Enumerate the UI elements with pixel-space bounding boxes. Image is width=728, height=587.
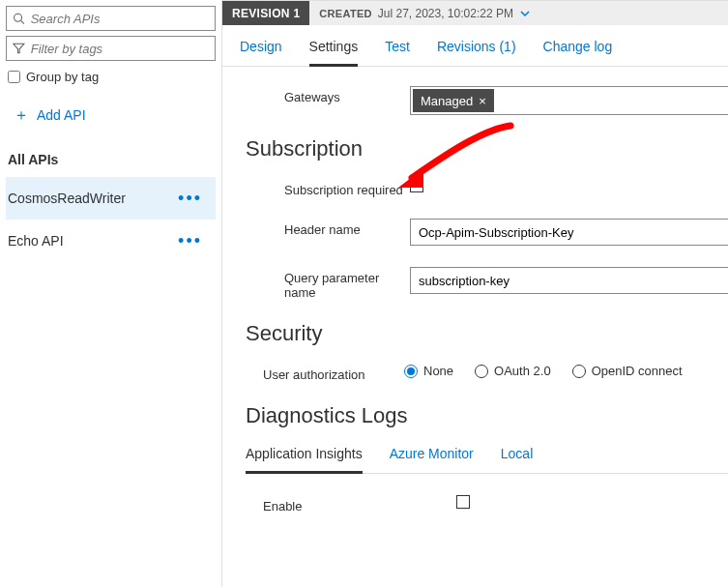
filter-input-wrap[interactable] [6, 36, 216, 61]
revision-bar: REVISION 1 CREATED Jul 27, 2023, 10:02:2… [222, 0, 728, 25]
search-input-wrap[interactable] [6, 6, 216, 31]
gateways-label: Gateways [284, 86, 410, 104]
add-api-button[interactable]: ＋ Add API [6, 102, 216, 129]
add-api-label: Add API [37, 107, 86, 123]
gateways-field[interactable]: Managed × [410, 86, 728, 115]
filter-icon [13, 42, 25, 55]
header-name-input[interactable] [410, 219, 728, 246]
group-by-tag[interactable]: Group by tag [8, 70, 214, 84]
radio-label: None [423, 364, 453, 378]
api-item-cosmosreadwriter[interactable]: CosmosReadWriter ••• [6, 177, 216, 220]
all-apis-header[interactable]: All APIs [6, 146, 216, 177]
group-by-tag-label: Group by tag [26, 70, 99, 84]
radio-label: OAuth 2.0 [494, 364, 551, 378]
svg-point-0 [15, 14, 22, 21]
revision-created-value: Jul 27, 2023, 10:02:22 PM [378, 7, 513, 20]
tab-revisions[interactable]: Revisions (1) [437, 39, 516, 66]
group-by-tag-checkbox[interactable] [8, 71, 20, 83]
radio-openid[interactable]: OpenID connect [572, 364, 683, 378]
query-param-input[interactable] [410, 267, 728, 294]
api-item-label: Echo API [8, 233, 64, 249]
sidebar: Group by tag ＋ Add API All APIs CosmosRe… [0, 0, 222, 587]
radio-label: OpenID connect [592, 364, 683, 378]
search-input[interactable] [31, 12, 209, 26]
tab-design[interactable]: Design [240, 39, 282, 66]
gateway-chip-label: Managed [421, 94, 473, 108]
more-icon[interactable]: ••• [178, 189, 206, 209]
plus-icon: ＋ [14, 107, 29, 123]
search-icon [13, 12, 25, 25]
security-title: Security [246, 321, 728, 346]
main-panel: REVISION 1 CREATED Jul 27, 2023, 10:02:2… [222, 0, 728, 587]
enable-label: Enable [263, 495, 456, 514]
more-icon[interactable]: ••• [178, 231, 206, 251]
tabs: Design Settings Test Revisions (1) Chang… [222, 25, 728, 67]
svg-line-1 [21, 20, 24, 23]
query-param-label: Query parameter name [284, 267, 410, 300]
tab-settings[interactable]: Settings [309, 39, 359, 67]
chevron-down-icon [519, 8, 531, 19]
user-authorization-group: None OAuth 2.0 OpenID connect [404, 364, 728, 378]
radio-oauth2[interactable]: OAuth 2.0 [475, 364, 551, 378]
close-icon[interactable]: × [479, 94, 486, 108]
diagnostics-title: Diagnostics Logs [246, 403, 728, 428]
radio-icon [475, 365, 488, 378]
subscription-required-checkbox[interactable] [410, 179, 423, 192]
api-item-echo-api[interactable]: Echo API ••• [6, 220, 216, 262]
svg-marker-2 [14, 44, 24, 53]
tab-change-log[interactable]: Change log [543, 39, 613, 66]
subtab-local[interactable]: Local [501, 446, 533, 473]
radio-none[interactable]: None [404, 364, 453, 378]
enable-checkbox[interactable] [456, 495, 470, 509]
radio-icon [404, 365, 418, 378]
revision-badge[interactable]: REVISION 1 [222, 1, 309, 25]
revision-meta[interactable]: CREATED Jul 27, 2023, 10:02:22 PM [309, 1, 540, 25]
filter-input[interactable] [31, 42, 209, 56]
diagnostics-subtabs: Application Insights Azure Monitor Local [246, 446, 728, 474]
header-name-label: Header name [284, 219, 410, 237]
subtab-app-insights[interactable]: Application Insights [246, 446, 363, 474]
user-authorization-label: User authorization [263, 364, 404, 382]
tab-test[interactable]: Test [385, 39, 410, 66]
radio-icon [572, 365, 586, 378]
subtab-azure-monitor[interactable]: Azure Monitor [390, 446, 474, 473]
subscription-title: Subscription [246, 136, 728, 161]
revision-created-label: CREATED [319, 8, 371, 19]
subscription-required-label: Subscription required [284, 179, 410, 197]
content: Gateways Managed × Subscription Subscrip… [222, 67, 728, 587]
api-item-label: CosmosReadWriter [8, 191, 126, 206]
gateway-chip-managed[interactable]: Managed × [413, 89, 494, 112]
